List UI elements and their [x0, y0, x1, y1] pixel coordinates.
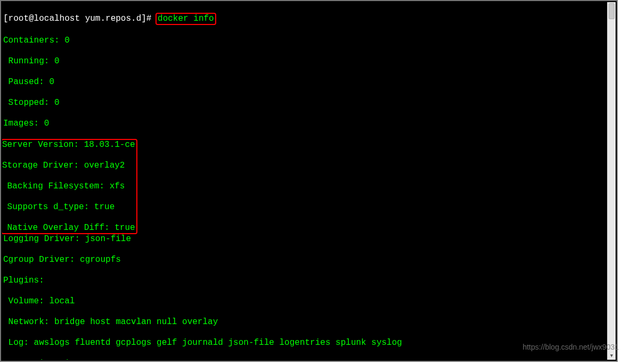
output-line: Volume: local — [3, 296, 606, 307]
output-line: Swarm: inactive — [3, 359, 606, 360]
output-line: Images: 0 — [3, 119, 606, 129]
output-line: Plugins: — [3, 276, 606, 286]
scroll-down-icon[interactable]: ▼ — [608, 352, 616, 360]
output-line: Server Version: 18.03.1-ce — [2, 140, 135, 151]
output-line: Running: 0 — [3, 56, 606, 67]
vertical-scrollbar[interactable]: ▲ ▼ — [607, 2, 616, 360]
command-text: docker info — [158, 14, 214, 23]
watermark-text: https://blog.csdn.net/jwx9031 — [522, 343, 619, 351]
terminal-output[interactable]: [root@localhost yum.repos.d]# docker inf… — [2, 2, 607, 360]
prompt-line: [root@localhost yum.repos.d]# docker inf… — [3, 13, 606, 26]
output-line: Stopped: 0 — [3, 98, 606, 109]
output-line: Cgroup Driver: cgroupfs — [3, 255, 606, 266]
output-line: Log: awslogs fluentd gcplogs gelf journa… — [3, 338, 606, 349]
command-highlight: docker info — [156, 13, 216, 26]
output-line: Backing Filesystem: xfs — [2, 181, 135, 192]
output-line: Paused: 0 — [3, 77, 606, 88]
output-line: Network: bridge host macvlan null overla… — [3, 317, 606, 328]
output-line: Storage Driver: overlay2 — [2, 161, 135, 171]
section-highlight: Server Version: 18.03.1-ce Storage Drive… — [2, 139, 137, 235]
output-line: Supports d_type: true — [2, 202, 135, 213]
scroll-thumb[interactable] — [609, 3, 615, 19]
output-line: Logging Driver: json-file — [3, 234, 606, 245]
output-line: Native Overlay Diff: true — [2, 223, 135, 234]
output-line: Containers: 0 — [3, 36, 606, 46]
terminal-window: [root@localhost yum.repos.d]# docker inf… — [0, 0, 618, 362]
prompt-text: [root@localhost yum.repos.d]# — [3, 14, 151, 23]
